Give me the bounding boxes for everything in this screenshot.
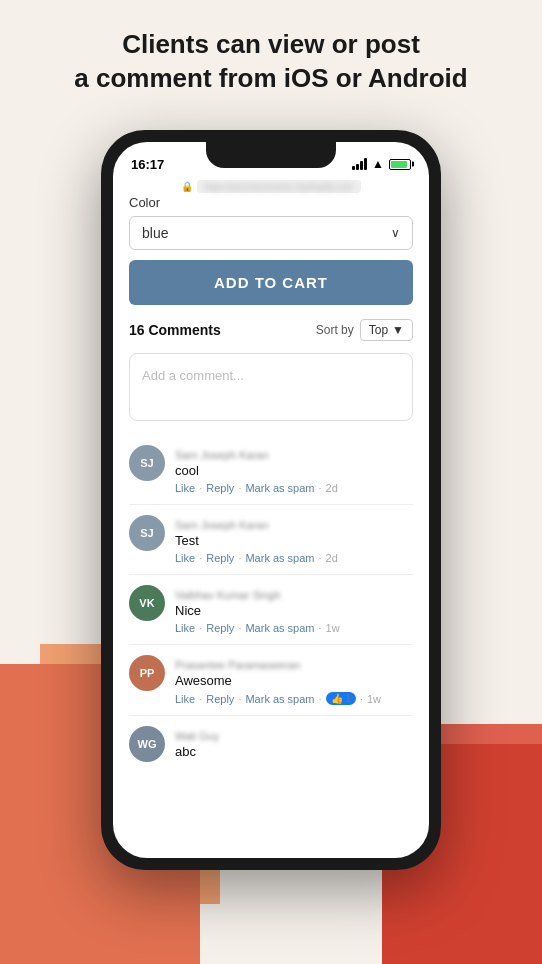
avatar: PP — [129, 655, 165, 691]
battery-icon — [389, 159, 411, 170]
comment-item: WG Wali Guy abc — [129, 716, 413, 773]
avatar-initials: SJ — [140, 457, 153, 469]
comment-actions: Like · Reply · Mark as spam · 👍 1 · 1w — [175, 692, 413, 705]
comment-author: Sam Joseph Karan — [175, 519, 269, 531]
comment-actions: Like · Reply · Mark as spam · 2d — [175, 482, 413, 494]
avatar-initials: VK — [139, 597, 154, 609]
comment-time: 2d — [326, 552, 338, 564]
avatar-initials: PP — [140, 667, 155, 679]
comment-time: 1w — [326, 622, 340, 634]
comment-item: SJ Sam Joseph Karan Test Like · Reply · … — [129, 505, 413, 575]
comment-item: PP Prasantee Paramaseeran Awesome Like ·… — [129, 645, 413, 716]
header: Clients can view or post a comment from … — [0, 28, 542, 96]
sort-chevron-icon: ▼ — [392, 323, 404, 337]
signal-icon — [352, 158, 367, 170]
avatar: SJ — [129, 515, 165, 551]
phone-frame: 16:17 ▲ 🔒 https://yourstorename.myshopif… — [101, 130, 441, 870]
comment-body: Sam Joseph Karan Test Like · Reply · Mar… — [175, 515, 413, 564]
comment-time: 2d — [326, 482, 338, 494]
comment-body: Sam Joseph Karan cool Like · Reply · Mar… — [175, 445, 413, 494]
comment-item: SJ Sam Joseph Karan cool Like · Reply · … — [129, 435, 413, 505]
comment-body: Vaibhav Kumar Singh Nice Like · Reply · … — [175, 585, 413, 634]
avatar-initials: SJ — [140, 527, 153, 539]
comment-actions: Like · Reply · Mark as spam · 2d — [175, 552, 413, 564]
like-action[interactable]: Like — [175, 482, 195, 494]
reply-action[interactable]: Reply — [206, 693, 234, 705]
like-action[interactable]: Like — [175, 552, 195, 564]
sort-by: Sort by Top ▼ — [316, 319, 413, 341]
url-text: https://yourstorename.myshopify.com — [197, 180, 362, 193]
comments-count: 16 Comments — [129, 322, 221, 338]
comment-text: Test — [175, 533, 413, 548]
reply-action[interactable]: Reply — [206, 482, 234, 494]
comment-text: Nice — [175, 603, 413, 618]
like-action[interactable]: Like — [175, 622, 195, 634]
reply-action[interactable]: Reply — [206, 622, 234, 634]
notch — [206, 142, 336, 168]
comment-author: Prasantee Paramaseeran — [175, 659, 300, 671]
wifi-icon: ▲ — [372, 157, 384, 171]
color-label: Color — [129, 195, 413, 210]
add-to-cart-button[interactable]: ADD TO CART — [129, 260, 413, 305]
mark-spam-action[interactable]: Mark as spam — [245, 622, 314, 634]
comment-time: 1w — [367, 693, 381, 705]
header-title: Clients can view or post a comment from … — [0, 28, 542, 96]
comment-body: Wali Guy abc — [175, 726, 413, 763]
comment-body: Prasantee Paramaseeran Awesome Like · Re… — [175, 655, 413, 705]
comment-text: cool — [175, 463, 413, 478]
reply-action[interactable]: Reply — [206, 552, 234, 564]
comment-item: VK Vaibhav Kumar Singh Nice Like · Reply… — [129, 575, 413, 645]
avatar-initials: WG — [138, 738, 157, 750]
url-bar: 🔒 https://yourstorename.myshopify.com — [113, 178, 429, 195]
avatar: VK — [129, 585, 165, 621]
sort-select[interactable]: Top ▼ — [360, 319, 413, 341]
avatar: WG — [129, 726, 165, 762]
comment-actions: Like · Reply · Mark as spam · 1w — [175, 622, 413, 634]
avatar: SJ — [129, 445, 165, 481]
add-comment-placeholder: Add a comment... — [142, 368, 244, 383]
color-value: blue — [142, 225, 168, 241]
comment-author: Vaibhav Kumar Singh — [175, 589, 281, 601]
comments-header: 16 Comments Sort by Top ▼ — [129, 319, 413, 341]
mark-spam-action[interactable]: Mark as spam — [245, 482, 314, 494]
comment-text: Awesome — [175, 673, 413, 688]
mark-spam-action[interactable]: Mark as spam — [245, 693, 314, 705]
status-time: 16:17 — [131, 157, 164, 172]
lock-icon: 🔒 — [181, 181, 193, 192]
like-badge: 👍 1 — [326, 692, 356, 705]
sort-value: Top — [369, 323, 388, 337]
mark-spam-action[interactable]: Mark as spam — [245, 552, 314, 564]
color-select[interactable]: blue ∨ — [129, 216, 413, 250]
phone-content[interactable]: Color blue ∨ ADD TO CART 16 Comments Sor… — [113, 195, 429, 853]
comment-author: Wali Guy — [175, 730, 219, 742]
chevron-down-icon: ∨ — [391, 226, 400, 240]
comment-text: abc — [175, 744, 413, 759]
like-action[interactable]: Like — [175, 693, 195, 705]
comment-author: Sam Joseph Karan — [175, 449, 269, 461]
add-comment-input[interactable]: Add a comment... — [129, 353, 413, 421]
phone-inner: 16:17 ▲ 🔒 https://yourstorename.myshopif… — [113, 142, 429, 858]
sort-label: Sort by — [316, 323, 354, 337]
status-icons: ▲ — [352, 157, 411, 171]
